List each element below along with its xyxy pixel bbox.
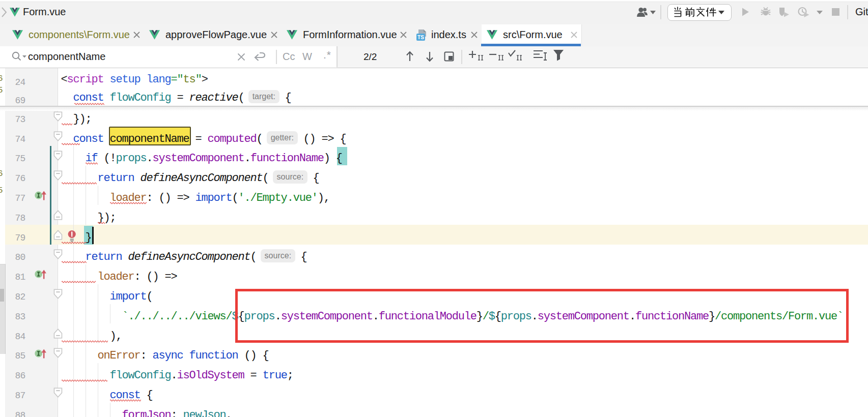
svg-text:TS: TS bbox=[417, 35, 424, 40]
